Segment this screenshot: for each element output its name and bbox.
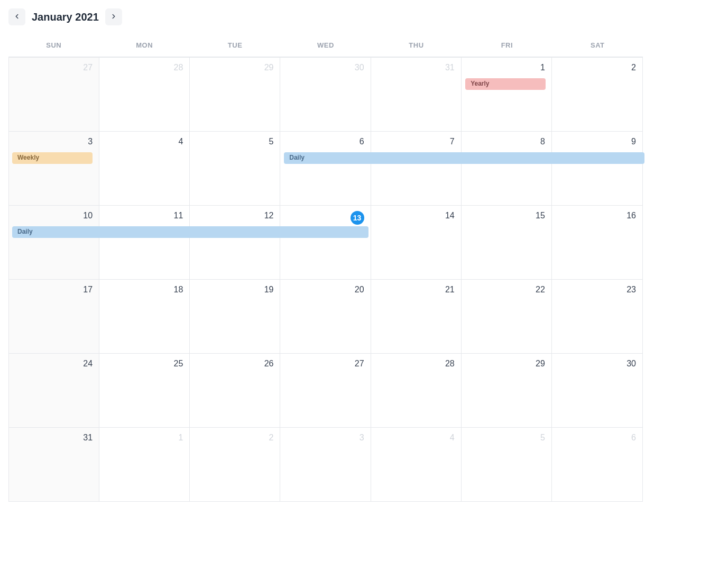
day-number: 6 <box>287 137 364 146</box>
day-number: 3 <box>287 433 364 443</box>
day-number: 5 <box>468 433 545 443</box>
dow-fri: FRI <box>462 34 552 57</box>
day-number: 23 <box>558 285 636 294</box>
day-number: 27 <box>15 63 93 72</box>
day-of-week-header: SUN MON TUE WED THU FRI SAT <box>8 34 643 57</box>
day-cell[interactable]: 30 <box>552 353 642 427</box>
day-cell[interactable]: 30 <box>280 57 371 131</box>
calendar: 2728293031123456789101112131415161718192… <box>8 57 643 502</box>
day-number: 4 <box>377 433 455 443</box>
day-cell[interactable]: 5 <box>462 427 552 501</box>
day-number: 5 <box>196 137 273 146</box>
day-number: 3 <box>15 137 93 146</box>
day-cell[interactable]: 7 <box>371 131 462 205</box>
day-number: 26 <box>196 359 273 369</box>
day-cell[interactable]: 27 <box>280 353 371 427</box>
day-cell[interactable]: 14 <box>371 205 462 279</box>
day-number: 4 <box>106 137 183 146</box>
day-cell[interactable]: 13 <box>280 205 371 279</box>
day-cell[interactable]: 29 <box>190 57 280 131</box>
day-cell[interactable]: 4 <box>99 131 190 205</box>
day-cell[interactable]: 2 <box>190 427 280 501</box>
day-cell[interactable]: 4 <box>371 427 462 501</box>
event-bar[interactable]: Yearly <box>465 78 546 90</box>
chevron-right-icon <box>110 13 117 22</box>
chevron-left-icon <box>13 13 21 22</box>
day-cell[interactable]: 29 <box>462 353 552 427</box>
day-number: 21 <box>377 285 455 294</box>
day-cell[interactable]: 3 <box>9 131 99 205</box>
day-number: 9 <box>558 137 636 146</box>
day-number: 19 <box>196 285 273 294</box>
day-cell[interactable]: 3 <box>280 427 371 501</box>
prev-month-button[interactable] <box>8 8 25 25</box>
day-number: 15 <box>468 211 545 220</box>
day-number: 12 <box>196 211 273 220</box>
day-cell[interactable]: 19 <box>190 279 280 353</box>
day-cell[interactable]: 27 <box>9 57 99 131</box>
day-number: 14 <box>377 211 455 220</box>
day-number: 30 <box>558 359 636 369</box>
day-cell[interactable]: 25 <box>99 353 190 427</box>
day-number: 8 <box>468 137 545 146</box>
day-cell[interactable]: 5 <box>190 131 280 205</box>
day-number: 24 <box>15 359 93 369</box>
dow-wed: WED <box>280 34 371 57</box>
day-cell[interactable]: 20 <box>280 279 371 353</box>
day-cell[interactable]: 26 <box>190 353 280 427</box>
day-number: 1 <box>468 63 545 72</box>
day-number: 6 <box>558 433 636 443</box>
day-cell[interactable]: 6 <box>552 427 642 501</box>
day-cell[interactable]: 18 <box>99 279 190 353</box>
day-cell[interactable]: 24 <box>9 353 99 427</box>
day-cell[interactable]: 21 <box>371 279 462 353</box>
day-cell[interactable]: 1 <box>462 57 552 131</box>
day-cell[interactable]: 22 <box>462 279 552 353</box>
day-number: 30 <box>287 63 364 72</box>
day-number: 16 <box>558 211 636 220</box>
day-number: 28 <box>377 359 455 369</box>
day-cell[interactable]: 10 <box>9 205 99 279</box>
month-title: January 2021 <box>32 11 99 23</box>
day-cell[interactable]: 12 <box>190 205 280 279</box>
day-number: 10 <box>15 211 93 220</box>
day-number: 18 <box>106 285 183 294</box>
event-bar[interactable]: Weekly <box>12 152 93 164</box>
day-number: 25 <box>106 359 183 369</box>
day-number: 13 <box>287 211 364 225</box>
dow-tue: TUE <box>190 34 280 57</box>
day-cell[interactable]: 28 <box>371 353 462 427</box>
next-month-button[interactable] <box>105 8 122 25</box>
day-cell[interactable]: 31 <box>371 57 462 131</box>
day-cell[interactable]: 28 <box>99 57 190 131</box>
day-cell[interactable]: 15 <box>462 205 552 279</box>
day-number: 22 <box>468 285 545 294</box>
day-number: 31 <box>377 63 455 72</box>
day-cell[interactable]: 16 <box>552 205 642 279</box>
day-number: 29 <box>196 63 273 72</box>
day-number: 31 <box>15 433 93 443</box>
day-cell[interactable]: 1 <box>99 427 190 501</box>
day-cell[interactable]: 23 <box>552 279 642 353</box>
day-cell[interactable]: 2 <box>552 57 642 131</box>
day-number: 28 <box>106 63 183 72</box>
day-number: 27 <box>287 359 364 369</box>
event-bar[interactable]: Daily <box>284 152 644 164</box>
dow-sun: SUN <box>8 34 99 57</box>
dow-mon: MON <box>99 34 189 57</box>
day-cell[interactable]: 17 <box>9 279 99 353</box>
dow-sat: SAT <box>552 34 643 57</box>
day-cell[interactable]: 31 <box>9 427 99 501</box>
event-bar[interactable]: Daily <box>12 226 368 238</box>
day-number: 29 <box>468 359 545 369</box>
day-number: 11 <box>106 211 183 220</box>
day-cell[interactable]: 9 <box>552 131 642 205</box>
day-number: 17 <box>15 285 93 294</box>
day-cell[interactable]: 11 <box>99 205 190 279</box>
day-number: 1 <box>106 433 183 443</box>
day-number: 2 <box>558 63 636 72</box>
calendar-toolbar: January 2021 <box>8 8 720 25</box>
day-number: 7 <box>377 137 455 146</box>
day-cell[interactable]: 8 <box>462 131 552 205</box>
day-cell[interactable]: 6 <box>280 131 371 205</box>
